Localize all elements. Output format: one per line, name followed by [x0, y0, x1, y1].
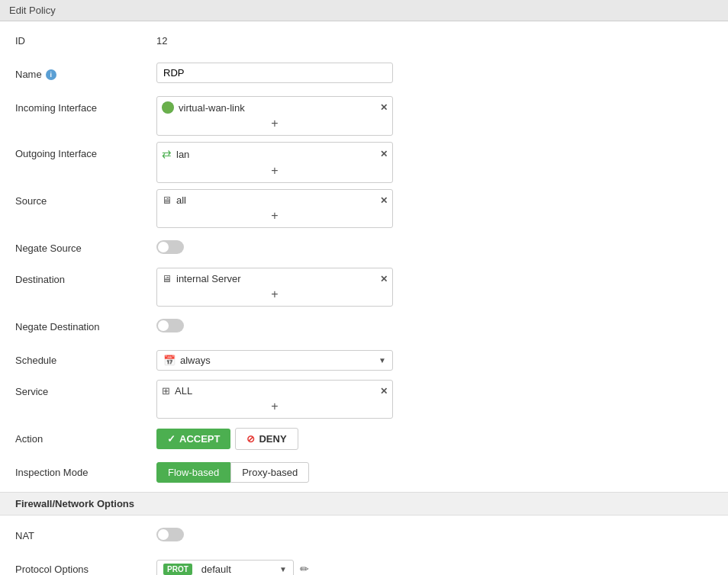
outgoing-interface-label: Outgoing Interface	[15, 142, 156, 159]
protocol-options-row: Protocol Options PROT default ▼ ✏	[15, 555, 713, 575]
outgoing-interface-box[interactable]: ⇄ lan ✕ +	[156, 142, 393, 183]
service-icon: ⊞	[162, 385, 170, 397]
schedule-label: Schedule	[15, 355, 156, 366]
outgoing-interface-container: ⇄ lan ✕ +	[156, 142, 713, 183]
incoming-interface-item: virtual-wan-link ✕	[162, 100, 388, 115]
destination-remove[interactable]: ✕	[380, 274, 388, 284]
source-container: 🖥 all ✕ +	[156, 189, 713, 228]
monitor-icon-source: 🖥	[162, 194, 172, 206]
negate-destination-label: Negate Destination	[15, 321, 156, 332]
source-row: Source 🖥 all ✕ +	[15, 189, 713, 228]
checkmark-icon: ✓	[167, 433, 176, 445]
incoming-interface-box[interactable]: virtual-wan-link ✕ +	[156, 96, 393, 136]
id-label: ID	[15, 29, 156, 47]
protocol-select[interactable]: PROT default ▼	[156, 560, 294, 576]
action-row: Action ✓ ACCEPT ⊘ DENY	[15, 425, 713, 452]
source-remove[interactable]: ✕	[380, 195, 388, 206]
deny-button[interactable]: ⊘ DENY	[235, 428, 298, 450]
window-title: Edit Policy	[0, 0, 728, 21]
negate-source-row: Negate Source	[15, 234, 713, 262]
schedule-dropdown-arrow: ▼	[378, 356, 386, 365]
monitor-icon-destination: 🖥	[162, 273, 172, 284]
nat-toggle-container	[156, 528, 713, 544]
service-container: ⊞ ALL ✕ +	[156, 380, 713, 419]
id-value: 12	[156, 29, 713, 47]
inspection-mode-row: Inspection Mode Flow-based Proxy-based	[15, 458, 713, 486]
name-label: Name i	[15, 63, 156, 80]
arrows-icon: ⇄	[162, 147, 172, 161]
negate-destination-row: Negate Destination	[15, 313, 713, 340]
source-item: 🖥 all ✕	[162, 193, 388, 207]
proxy-based-button[interactable]: Proxy-based	[230, 462, 309, 483]
inspection-mode-label: Inspection Mode	[15, 467, 156, 478]
title-text: Edit Policy	[9, 5, 56, 16]
id-row: ID 12	[15, 29, 713, 56]
destination-add[interactable]: +	[162, 286, 388, 303]
outgoing-interface-item: ⇄ lan ✕	[162, 146, 388, 162]
prot-badge: PROT	[163, 564, 192, 575]
outgoing-interface-text: lan	[176, 149, 189, 160]
nat-row: NAT	[15, 522, 713, 549]
flow-based-button[interactable]: Flow-based	[156, 462, 230, 483]
accept-button[interactable]: ✓ ACCEPT	[156, 429, 230, 449]
calendar-icon: 📅	[163, 355, 176, 366]
name-input[interactable]	[156, 63, 393, 83]
destination-container: 🖥 internal Server ✕ +	[156, 268, 713, 307]
incoming-interface-add[interactable]: +	[162, 115, 388, 132]
globe-icon	[162, 101, 174, 114]
firewall-section-header: Firewall/Network Options	[0, 492, 728, 516]
incoming-interface-remove[interactable]: ✕	[380, 102, 388, 113]
negate-destination-toggle[interactable]	[156, 319, 184, 332]
source-label: Source	[15, 189, 156, 207]
deny-circle-icon: ⊘	[246, 433, 255, 445]
action-label: Action	[15, 433, 156, 445]
protocol-value: default	[197, 564, 275, 575]
service-item: ⊞ ALL ✕	[162, 384, 388, 398]
name-field-container	[156, 63, 713, 83]
name-row: Name i	[15, 63, 713, 90]
action-container: ✓ ACCEPT ⊘ DENY	[156, 428, 713, 450]
protocol-edit-icon[interactable]: ✏	[300, 563, 309, 575]
outgoing-interface-row: Outgoing Interface ⇄ lan ✕ +	[15, 142, 713, 183]
outgoing-interface-remove[interactable]: ✕	[380, 149, 388, 159]
negate-source-label: Negate Source	[15, 243, 156, 254]
service-text: ALL	[175, 385, 192, 397]
schedule-row: Schedule 📅 always ▼	[15, 346, 713, 374]
incoming-interface-container: virtual-wan-link ✕ +	[156, 96, 713, 136]
negate-destination-toggle-container	[156, 319, 713, 335]
negate-source-toggle-container	[156, 240, 713, 256]
protocol-options-label: Protocol Options	[15, 564, 156, 575]
service-row: Service ⊞ ALL ✕ +	[15, 380, 713, 419]
destination-label: Destination	[15, 268, 156, 285]
source-box[interactable]: 🖥 all ✕ +	[156, 189, 393, 228]
destination-box[interactable]: 🖥 internal Server ✕ +	[156, 268, 393, 307]
source-text: all	[176, 194, 186, 206]
protocol-options-container: PROT default ▼ ✏	[156, 560, 713, 576]
inspection-container: Flow-based Proxy-based	[156, 462, 713, 483]
outgoing-interface-add[interactable]: +	[162, 162, 388, 179]
nat-toggle[interactable]	[156, 528, 184, 541]
destination-text: internal Server	[176, 273, 241, 284]
source-add[interactable]: +	[162, 207, 388, 224]
service-box[interactable]: ⊞ ALL ✕ +	[156, 380, 393, 419]
schedule-select[interactable]: 📅 always ▼	[156, 350, 393, 371]
negate-source-toggle[interactable]	[156, 240, 184, 254]
incoming-interface-label: Incoming Interface	[15, 96, 156, 114]
service-remove[interactable]: ✕	[380, 386, 388, 397]
name-info-icon[interactable]: i	[46, 69, 56, 80]
incoming-interface-text: virtual-wan-link	[179, 102, 245, 114]
service-label: Service	[15, 380, 156, 397]
service-add[interactable]: +	[162, 398, 388, 415]
incoming-interface-row: Incoming Interface virtual-wan-link ✕ +	[15, 96, 713, 136]
destination-item: 🖥 internal Server ✕	[162, 271, 388, 286]
protocol-dropdown-arrow: ▼	[279, 565, 287, 573]
schedule-container: 📅 always ▼	[156, 350, 713, 371]
nat-label: NAT	[15, 530, 156, 541]
schedule-value: always	[180, 355, 211, 366]
destination-row: Destination 🖥 internal Server ✕ +	[15, 268, 713, 307]
